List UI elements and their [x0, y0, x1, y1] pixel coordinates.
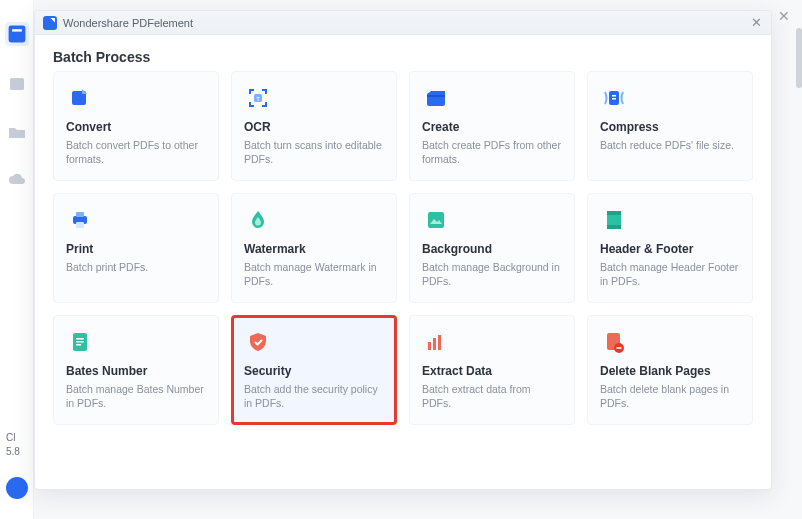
card-title: Delete Blank Pages	[600, 364, 740, 378]
card-desc: Batch extract data from PDFs.	[422, 382, 562, 410]
rail-primary-action[interactable]	[6, 477, 28, 499]
card-ocr[interactable]: T OCR Batch turn scans into editable PDF…	[231, 71, 397, 181]
modal-heading: Batch Process	[53, 49, 753, 65]
card-desc: Batch manage Bates Number in PDFs.	[66, 382, 206, 410]
card-delete-blank[interactable]: Delete Blank Pages Batch delete blank pa…	[587, 315, 753, 425]
card-title: Compress	[600, 120, 740, 134]
card-desc: Batch create PDFs from other formats.	[422, 138, 562, 166]
card-watermark[interactable]: Watermark Batch manage Watermark in PDFs…	[231, 193, 397, 303]
svg-rect-20	[76, 344, 81, 346]
create-icon	[422, 84, 450, 112]
modal-titlebar: Wondershare PDFelement ✕	[35, 11, 771, 35]
card-compress[interactable]: Compress Batch reduce PDFs' file size.	[587, 71, 753, 181]
card-title: Security	[244, 364, 384, 378]
card-desc: Batch reduce PDFs' file size.	[600, 138, 740, 152]
card-extract-data[interactable]: Extract Data Batch extract data from PDF…	[409, 315, 575, 425]
card-background[interactable]: Background Batch manage Background in PD…	[409, 193, 575, 303]
delete-blank-icon	[600, 328, 628, 356]
ocr-icon: T	[244, 84, 272, 112]
app-shell: Cl 5.8 ✕ Wondershare PDFelement ✕ Batch …	[0, 0, 802, 519]
card-title: Create	[422, 120, 562, 134]
svg-rect-9	[612, 98, 616, 100]
card-title: Bates Number	[66, 364, 206, 378]
card-desc: Batch add the security policy in PDFs.	[244, 382, 384, 410]
svg-rect-26	[617, 347, 622, 349]
outer-close-icon[interactable]: ✕	[776, 8, 792, 24]
bates-icon	[66, 328, 94, 356]
svg-rect-21	[428, 342, 431, 350]
svg-rect-2	[10, 78, 24, 90]
svg-rect-18	[76, 338, 84, 340]
scrollbar-thumb[interactable]	[796, 28, 802, 88]
svg-rect-19	[76, 341, 84, 343]
card-title: Header & Footer	[600, 242, 740, 256]
card-title: Extract Data	[422, 364, 562, 378]
card-desc: Batch delete blank pages in PDFs.	[600, 382, 740, 410]
modal-body: Batch Process Convert Batch convert PDFs…	[35, 35, 771, 435]
batch-card-grid: Convert Batch convert PDFs to other form…	[53, 71, 753, 425]
card-bates-number[interactable]: Bates Number Batch manage Bates Number i…	[53, 315, 219, 425]
card-desc: Batch manage Background in PDFs.	[422, 260, 562, 288]
extract-icon	[422, 328, 450, 356]
rail-home-icon[interactable]	[5, 22, 29, 46]
batch-process-modal: Wondershare PDFelement ✕ Batch Process C…	[34, 10, 772, 490]
card-title: Convert	[66, 120, 206, 134]
svg-rect-8	[612, 95, 616, 97]
card-title: Background	[422, 242, 562, 256]
card-desc: Batch turn scans into editable PDFs.	[244, 138, 384, 166]
card-header-footer[interactable]: Header & Footer Batch manage Header Foot…	[587, 193, 753, 303]
svg-rect-22	[433, 338, 436, 350]
svg-rect-11	[76, 212, 84, 217]
card-desc: Batch manage Watermark in PDFs.	[244, 260, 384, 288]
card-create[interactable]: Create Batch create PDFs from other form…	[409, 71, 575, 181]
app-logo-icon	[43, 16, 57, 30]
background-icon	[422, 206, 450, 234]
svg-rect-15	[607, 211, 621, 215]
svg-rect-6	[427, 95, 445, 97]
left-text-1: Cl	[6, 431, 20, 445]
card-print[interactable]: Print Batch print PDFs.	[53, 193, 219, 303]
svg-rect-16	[607, 225, 621, 229]
card-convert[interactable]: Convert Batch convert PDFs to other form…	[53, 71, 219, 181]
svg-rect-13	[428, 212, 444, 228]
card-title: Print	[66, 242, 206, 256]
card-desc: Batch print PDFs.	[66, 260, 206, 274]
svg-text:T: T	[256, 96, 260, 102]
left-panel-text: Cl 5.8	[6, 431, 20, 459]
card-title: Watermark	[244, 242, 384, 256]
card-title: OCR	[244, 120, 384, 134]
left-text-2: 5.8	[6, 445, 20, 459]
print-icon	[66, 206, 94, 234]
rail-cloud-icon[interactable]	[7, 170, 27, 190]
svg-rect-0	[8, 26, 25, 43]
card-security[interactable]: Security Batch add the security policy i…	[231, 315, 397, 425]
header-footer-icon	[600, 206, 628, 234]
card-desc: Batch convert PDFs to other formats.	[66, 138, 206, 166]
modal-app-title: Wondershare PDFelement	[63, 17, 749, 29]
modal-close-icon[interactable]: ✕	[749, 16, 763, 30]
svg-rect-1	[12, 29, 22, 31]
svg-rect-12	[76, 222, 84, 228]
rail-files-icon[interactable]	[7, 74, 27, 94]
compress-icon	[600, 84, 628, 112]
watermark-icon	[244, 206, 272, 234]
card-desc: Batch manage Header Footer in PDFs.	[600, 260, 740, 288]
convert-icon	[66, 84, 94, 112]
rail-folder-icon[interactable]	[7, 122, 27, 142]
svg-rect-23	[438, 335, 441, 350]
security-icon	[244, 328, 272, 356]
